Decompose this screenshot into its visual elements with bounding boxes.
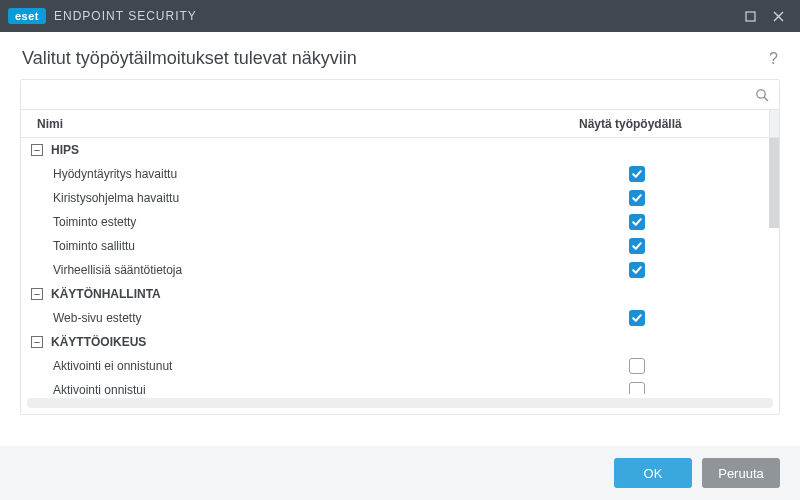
table-row: Hyödyntäyritys havaittu xyxy=(21,162,779,186)
table-body: −HIPSHyödyntäyritys havaittuKiristysohje… xyxy=(21,138,779,394)
show-on-desktop-checkbox[interactable] xyxy=(629,358,645,374)
window-close-button[interactable] xyxy=(764,2,792,30)
svg-point-1 xyxy=(757,89,765,97)
page-title: Valitut työpöytäilmoitukset tulevat näky… xyxy=(22,48,769,69)
row-label: Toiminto sallittu xyxy=(45,239,589,253)
table-header: Nimi Näytä työpöydällä xyxy=(21,110,779,138)
table-row: Virheellisiä sääntötietoja xyxy=(21,258,779,282)
collapse-icon[interactable]: − xyxy=(31,336,43,348)
show-on-desktop-checkbox[interactable] xyxy=(629,382,645,394)
heading-row: Valitut työpöytäilmoitukset tulevat näky… xyxy=(0,32,800,79)
row-label: Virheellisiä sääntötietoja xyxy=(45,263,589,277)
row-label: Web-sivu estetty xyxy=(45,311,589,325)
row-label: Kiristysohjelma havaittu xyxy=(45,191,589,205)
ok-button[interactable]: OK xyxy=(614,458,692,488)
table-row: Toiminto sallittu xyxy=(21,234,779,258)
show-on-desktop-checkbox[interactable] xyxy=(629,166,645,182)
search-icon[interactable] xyxy=(753,86,771,104)
column-header-name: Nimi xyxy=(21,117,579,131)
row-label: Aktivointi onnistui xyxy=(45,383,589,394)
horizontal-scrollbar[interactable] xyxy=(27,398,773,408)
titlebar: eset ENDPOINT SECURITY xyxy=(0,0,800,32)
table-row: Toiminto estetty xyxy=(21,210,779,234)
footer: OK Peruuta xyxy=(0,446,800,500)
collapse-icon[interactable]: − xyxy=(31,144,43,156)
search-row xyxy=(21,80,779,110)
window-maximize-button[interactable] xyxy=(736,2,764,30)
group-label: KÄYTÖNHALLINTA xyxy=(43,287,589,301)
show-on-desktop-checkbox[interactable] xyxy=(629,310,645,326)
show-on-desktop-checkbox[interactable] xyxy=(629,190,645,206)
group-row: −KÄYTÖNHALLINTA xyxy=(21,282,779,306)
show-on-desktop-checkbox[interactable] xyxy=(629,262,645,278)
help-icon[interactable]: ? xyxy=(769,50,778,68)
search-input[interactable] xyxy=(29,88,753,102)
vertical-scrollbar-thumb[interactable] xyxy=(769,138,779,228)
column-header-show: Näytä työpöydällä xyxy=(579,117,769,131)
table-row: Aktivointi onnistui xyxy=(21,378,779,394)
table-row: Kiristysohjelma havaittu xyxy=(21,186,779,210)
group-row: −KÄYTTÖOIKEUS xyxy=(21,330,779,354)
group-label: KÄYTTÖOIKEUS xyxy=(43,335,589,349)
brand-badge: eset xyxy=(8,8,46,24)
show-on-desktop-checkbox[interactable] xyxy=(629,214,645,230)
group-label: HIPS xyxy=(43,143,589,157)
show-on-desktop-checkbox[interactable] xyxy=(629,238,645,254)
settings-panel: Nimi Näytä työpöydällä −HIPSHyödyntäyrit… xyxy=(20,79,780,415)
row-label: Aktivointi ei onnistunut xyxy=(45,359,589,373)
svg-rect-0 xyxy=(746,12,755,21)
group-row: −HIPS xyxy=(21,138,779,162)
collapse-icon[interactable]: − xyxy=(31,288,43,300)
row-label: Toiminto estetty xyxy=(45,215,589,229)
table-row: Web-sivu estetty xyxy=(21,306,779,330)
cancel-button[interactable]: Peruuta xyxy=(702,458,780,488)
vertical-scrollbar-track[interactable] xyxy=(769,110,779,137)
brand-text: ENDPOINT SECURITY xyxy=(54,9,197,23)
row-label: Hyödyntäyritys havaittu xyxy=(45,167,589,181)
table-row: Aktivointi ei onnistunut xyxy=(21,354,779,378)
